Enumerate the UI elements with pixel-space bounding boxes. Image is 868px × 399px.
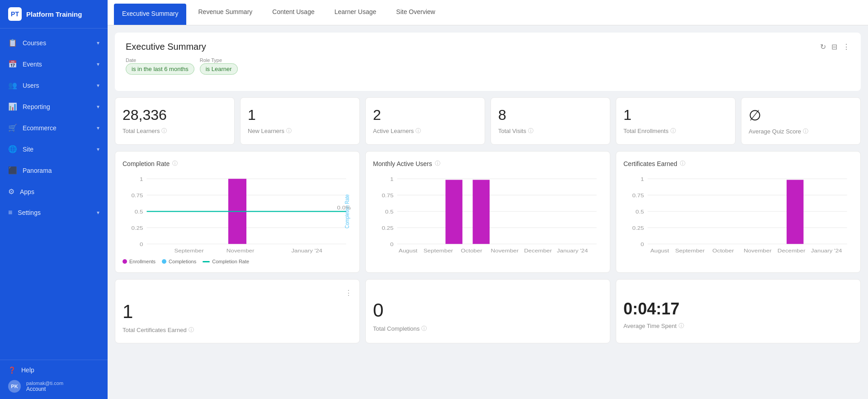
chevron-settings: ▾ — [97, 209, 99, 216]
chart-title-mau: Monthly Active Users ⓘ — [373, 160, 603, 167]
sidebar-item-events[interactable]: 📅 Events ▾ — [0, 53, 108, 75]
legend-enrollments: Enrollments — [123, 259, 156, 264]
stat-label-total-visits: Total Visits ⓘ — [498, 127, 533, 135]
more-icon[interactable]: ⋮ — [843, 43, 850, 51]
bottom-label-time-spent: Average Time Spent ⓘ — [623, 322, 684, 330]
sidebar-item-reporting[interactable]: 📊 Reporting ▾ — [0, 96, 108, 117]
report-actions: ↻ ⊟ ⋮ — [820, 43, 850, 51]
legend-completion-rate: Completion Rate — [203, 259, 249, 264]
svg-text:0.75: 0.75 — [382, 193, 393, 199]
sidebar-item-courses[interactable]: 📋 Courses ▾ — [0, 32, 108, 53]
info-icon-bottom-certs: ⓘ — [189, 326, 194, 334]
apps-icon: ⚙ — [8, 187, 14, 196]
info-icon-total-visits: ⓘ — [528, 127, 533, 135]
user-email: palomak@ti.com — [26, 380, 63, 386]
help-label: Help — [21, 366, 34, 374]
stat-active-learners: 2 Active Learners ⓘ — [365, 97, 485, 145]
site-icon: 🌐 — [8, 145, 17, 153]
stat-value-total-enrollments: 1 — [623, 107, 632, 124]
stat-avg-quiz-score: ∅ Average Quiz Score ⓘ — [741, 97, 861, 145]
chart-title-certs: Certificates Earned ⓘ — [623, 160, 853, 167]
completion-rate-legend: Enrollments Completions Completion Rate — [123, 259, 352, 264]
svg-text:0: 0 — [390, 242, 394, 247]
stat-label-total-enrollments: Total Enrollments ⓘ — [623, 127, 676, 135]
sidebar-label-courses: Courses — [23, 39, 46, 47]
info-icon-new-learners: ⓘ — [286, 127, 292, 135]
stat-label-new-learners: New Learners ⓘ — [248, 127, 292, 135]
svg-text:September: September — [174, 248, 203, 254]
chevron-site: ▾ — [97, 146, 99, 152]
svg-text:November: November — [744, 248, 772, 254]
info-icon-completion: ⓘ — [172, 160, 178, 167]
stat-value-total-visits: 8 — [498, 107, 506, 124]
sidebar-nav: 📋 Courses ▾ 📅 Events ▾ 👥 Users ▾ 📊 Repor… — [0, 28, 108, 360]
top-tabs: Executive Summary Revenue Summary Conten… — [108, 0, 868, 25]
tab-learner-usage[interactable]: Learner Usage — [325, 0, 387, 25]
bottom-card-header-certs: ⋮ — [123, 289, 352, 297]
user-account[interactable]: PK palomak@ti.com Account — [8, 380, 99, 393]
sidebar-label-site: Site — [23, 146, 33, 153]
tab-content-usage[interactable]: Content Usage — [262, 0, 324, 25]
sidebar-item-settings[interactable]: ≡ Settings ▾ — [0, 202, 108, 223]
svg-text:1: 1 — [140, 176, 143, 182]
stat-value-avg-quiz-score: ∅ — [749, 107, 761, 124]
stat-value-active-learners: 2 — [373, 107, 381, 124]
panorama-icon: ⬛ — [8, 166, 17, 175]
sidebar-item-apps[interactable]: ⚙ Apps — [0, 181, 108, 202]
chevron-ecommerce: ▾ — [97, 125, 99, 131]
chevron-users: ▾ — [97, 82, 99, 89]
svg-text:1: 1 — [641, 176, 644, 182]
users-icon: 👥 — [8, 81, 17, 90]
svg-text:0.5: 0.5 — [636, 209, 644, 215]
mau-chart-area: 1 0.75 0.5 0.25 0 August September Octob… — [373, 174, 603, 255]
svg-text:December: December — [524, 248, 552, 254]
sidebar-label-ecommerce: Ecommerce — [23, 124, 57, 132]
events-icon: 📅 — [8, 60, 17, 68]
svg-text:January '24: January '24 — [557, 248, 588, 254]
svg-text:December: December — [778, 248, 806, 254]
more-icon-certs[interactable]: ⋮ — [345, 289, 352, 297]
tab-site-overview[interactable]: Site Overview — [386, 0, 445, 25]
tab-executive-summary[interactable]: Executive Summary — [114, 4, 186, 25]
svg-rect-27 — [445, 180, 462, 244]
info-icon-total-enrollments: ⓘ — [670, 127, 676, 135]
svg-rect-45 — [787, 180, 803, 244]
tab-revenue-summary[interactable]: Revenue Summary — [188, 0, 262, 25]
sidebar-label-reporting: Reporting — [23, 103, 50, 110]
svg-text:September: September — [675, 248, 704, 254]
svg-text:0: 0 — [140, 242, 143, 247]
stat-total-enrollments: 1 Total Enrollments ⓘ — [616, 97, 736, 145]
chevron-events: ▾ — [97, 61, 99, 67]
chart-completion-rate: Completion Rate ⓘ 1 0.75 0.5 — [115, 151, 360, 273]
bottom-value-time-spent: 0:04:17 — [623, 299, 679, 318]
courses-icon: 📋 — [8, 38, 17, 47]
sidebar-label-apps: Apps — [20, 188, 34, 195]
report-title: Executive Summary — [126, 42, 206, 52]
help-link[interactable]: ❓ Help — [8, 366, 99, 374]
role-filter-badge[interactable]: is Learner — [200, 63, 238, 75]
bottom-card-certificates: ⋮ 1 Total Certificates Earned ⓘ — [115, 279, 360, 343]
sidebar-item-site[interactable]: 🌐 Site ▾ — [0, 138, 108, 160]
svg-text:0.75: 0.75 — [632, 193, 644, 199]
stat-label-avg-quiz-score: Average Quiz Score ⓘ — [749, 128, 808, 135]
date-filter-badge[interactable]: is in the last 6 months — [126, 63, 194, 75]
refresh-icon[interactable]: ↻ — [820, 43, 826, 51]
chevron-reporting: ▾ — [97, 104, 99, 110]
charts-row: Completion Rate ⓘ 1 0.75 0.5 — [115, 151, 861, 273]
filter-icon[interactable]: ⊟ — [831, 43, 837, 51]
info-icon-certs: ⓘ — [680, 160, 685, 167]
chart-monthly-active-users: Monthly Active Users ⓘ 1 0.75 0.5 — [365, 151, 610, 273]
svg-text:Completion Rate: Completion Rate — [344, 195, 350, 228]
legend-completions: Completions — [162, 259, 196, 264]
sidebar-item-panorama[interactable]: ⬛ Panorama — [0, 160, 108, 181]
sidebar-logo: PT Platform Training — [0, 0, 108, 28]
bottom-value-certificates: 1 — [123, 301, 133, 323]
sidebar-item-ecommerce[interactable]: 🛒 Ecommerce ▾ — [0, 117, 108, 138]
info-icon-total-learners: ⓘ — [161, 127, 167, 135]
svg-text:October: October — [712, 248, 734, 254]
svg-text:August: August — [399, 248, 418, 254]
svg-text:October: October — [461, 248, 482, 254]
stats-row: 28,336 Total Learners ⓘ 1 New Learners ⓘ… — [115, 97, 861, 145]
sidebar-item-users[interactable]: 👥 Users ▾ — [0, 75, 108, 96]
stat-new-learners: 1 New Learners ⓘ — [240, 97, 360, 145]
